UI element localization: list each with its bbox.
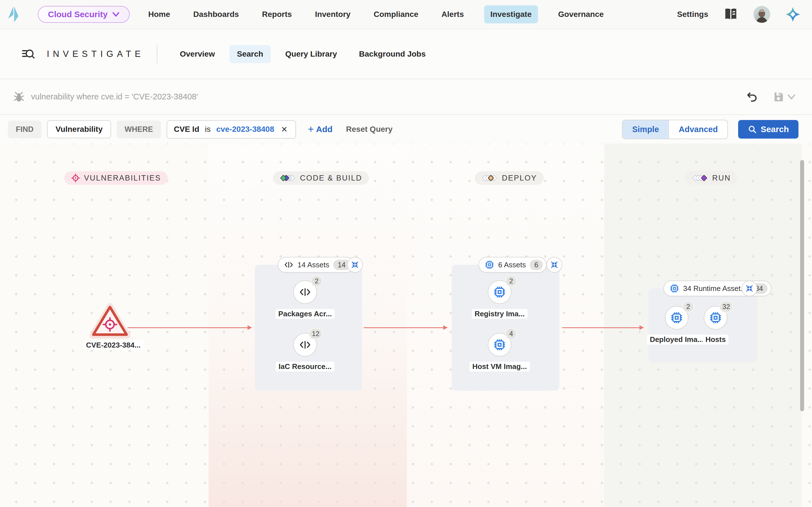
tab-search[interactable]: Search — [230, 45, 270, 63]
node-packages[interactable]: 2 Packages Acr... — [293, 280, 317, 304]
chip-icon — [493, 286, 506, 298]
search-icon — [748, 125, 757, 134]
chevron-down-icon — [112, 12, 119, 17]
investigate-search-icon — [21, 47, 35, 61]
vulnerability-node[interactable]: CVE-2023-384... — [83, 303, 137, 350]
find-keyword-pill[interactable]: FIND — [8, 121, 42, 138]
chip-icon — [493, 338, 506, 351]
nav-item-home[interactable]: Home — [146, 5, 173, 23]
search-button[interactable]: Search — [738, 120, 799, 138]
builder-right-controls: Simple Advanced Search — [622, 120, 804, 139]
node-hosts[interactable]: 32 Hosts — [704, 306, 727, 330]
node-count-badge: 4 — [505, 328, 517, 340]
node-deployed-images[interactable]: 2 Deployed Ima... — [665, 306, 689, 330]
top-nav-right: Settings — [677, 6, 801, 23]
code-icon — [299, 339, 311, 351]
tab-background-jobs[interactable]: Background Jobs — [352, 45, 433, 63]
save-query-control[interactable] — [772, 91, 796, 103]
search-button-label: Search — [761, 124, 789, 134]
query-summary-bar: vulnerability where cve.id = 'CVE-2023-3… — [0, 79, 812, 115]
query-builder: FIND Vulnerability WHERE CVE Id is cve-2… — [0, 115, 812, 144]
lifecycle-diamonds-icon — [692, 173, 708, 183]
node-label: Deployed Ima... — [647, 335, 707, 344]
nav-item-investigate[interactable]: Investigate — [484, 5, 538, 23]
investigate-tabs: Overview Search Query Library Background… — [172, 45, 433, 63]
column-header-code-build: CODE & BUILD — [273, 171, 369, 185]
node-host-vm-images[interactable]: 4 Host VM Imag... — [488, 333, 511, 356]
condition-field: CVE Id — [174, 125, 199, 134]
nav-item-dashboards[interactable]: Dashboards — [191, 5, 242, 23]
page-title: INVESTIGATE — [47, 49, 144, 59]
save-menu-chevron-icon[interactable] — [787, 94, 796, 100]
node-label: Registry Ima... — [472, 309, 527, 319]
condition-value: cve-2023-38408 — [216, 125, 274, 134]
add-condition-label: Add — [316, 124, 333, 134]
node-count-badge: 2 — [505, 275, 517, 287]
save-icon[interactable] — [772, 91, 784, 103]
user-avatar[interactable] — [753, 6, 770, 23]
entity-pill[interactable]: Vulnerability — [47, 120, 111, 138]
collapse-group-button[interactable] — [742, 281, 757, 296]
query-text[interactable]: vulnerability where cve.id = 'CVE-2023-3… — [31, 92, 198, 101]
edge-vuln-to-code — [128, 327, 248, 328]
node-label: Host VM Imag... — [469, 362, 530, 372]
undo-icon[interactable] — [746, 91, 758, 103]
docs-book-icon[interactable] — [723, 6, 739, 22]
node-count-badge: 32 — [719, 301, 733, 313]
nav-item-alerts[interactable]: Alerts — [439, 5, 467, 23]
remove-condition-icon[interactable]: ✕ — [280, 125, 289, 134]
node-iac-resources[interactable]: 12 IaC Resource... — [293, 333, 317, 356]
vulnerability-triangle-icon — [89, 303, 131, 339]
vertical-scrollbar[interactable] — [800, 160, 804, 411]
nav-item-compliance[interactable]: Compliance — [371, 5, 421, 23]
code-icon — [284, 260, 294, 270]
collapse-group-button[interactable] — [546, 257, 562, 273]
brand-logo-icon[interactable] — [7, 6, 19, 23]
column-header-deploy: DEPLOY — [475, 171, 544, 185]
node-count-badge: 2 — [311, 275, 322, 287]
reset-query-button[interactable]: Reset Query — [346, 125, 393, 134]
edge-deploy-to-run — [562, 327, 640, 328]
bug-icon — [13, 91, 25, 103]
crosshair-icon — [71, 173, 80, 182]
nav-item-inventory[interactable]: Inventory — [312, 5, 353, 23]
tab-overview[interactable]: Overview — [172, 45, 222, 63]
nav-item-governance[interactable]: Governance — [555, 5, 607, 23]
attack-path-canvas: VULNERABILITIES CODE & BUILD — [0, 144, 812, 507]
divider — [157, 45, 157, 63]
product-switcher-label: Cloud Security — [48, 10, 108, 19]
group-pill-label: 14 Assets — [297, 261, 329, 269]
node-label: IaC Resource... — [276, 362, 335, 372]
chip-icon — [670, 311, 683, 324]
group-pill-label: 6 Assets — [498, 261, 526, 269]
group-pill-code-build[interactable]: 14 Assets 14 — [278, 257, 354, 273]
column-header-vulnerabilities: VULNERABILITIES — [64, 171, 168, 185]
investigate-header: INVESTIGATE Overview Search Query Librar… — [0, 29, 812, 79]
group-pill-label: 34 Runtime Asset... — [683, 284, 747, 293]
node-registry-images[interactable]: 2 Registry Ima... — [488, 280, 511, 304]
nav-item-reports[interactable]: Reports — [259, 5, 295, 23]
settings-link[interactable]: Settings — [677, 10, 708, 19]
chip-icon — [670, 284, 679, 293]
node-count-badge: 12 — [309, 328, 322, 340]
ai-assistant-icon[interactable] — [785, 6, 801, 22]
condition-operator: is — [205, 125, 211, 134]
group-pill-deploy[interactable]: 6 Assets 6 — [478, 257, 547, 273]
tab-query-library[interactable]: Query Library — [278, 45, 345, 63]
column-label: RUN — [712, 174, 731, 182]
node-label: Packages Acr... — [275, 309, 335, 319]
collapse-group-button[interactable] — [347, 257, 363, 273]
main-nav: Home Dashboards Reports Inventory Compli… — [146, 5, 607, 23]
condition-chip[interactable]: CVE Id is cve-2023-38408 ✕ — [167, 120, 296, 138]
node-count-badge: 2 — [682, 301, 694, 313]
chip-icon — [709, 311, 722, 324]
node-label: Hosts — [703, 335, 728, 344]
where-keyword-pill[interactable]: WHERE — [117, 121, 161, 138]
edge-code-to-deploy — [364, 327, 444, 328]
product-switcher[interactable]: Cloud Security — [38, 6, 130, 23]
column-label: VULNERABILITIES — [84, 174, 161, 182]
add-condition-button[interactable]: + Add — [308, 124, 333, 134]
lifecycle-diamonds-icon — [481, 173, 498, 183]
mode-simple[interactable]: Simple — [622, 120, 668, 138]
mode-advanced[interactable]: Advanced — [668, 120, 727, 138]
